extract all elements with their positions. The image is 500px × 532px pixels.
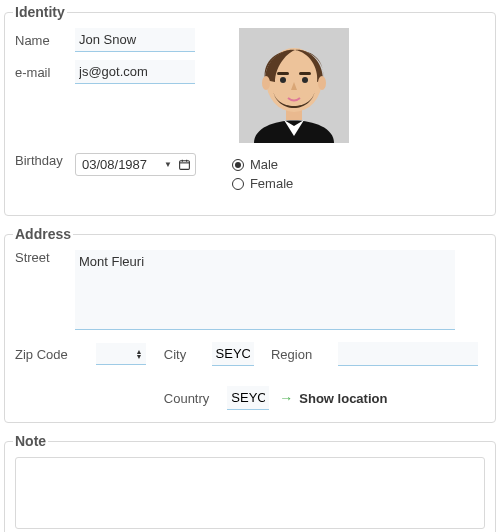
birthday-input[interactable]: ▼ [75,153,196,176]
svg-point-8 [302,77,308,83]
city-label: City [164,347,194,362]
show-location-button[interactable]: → Show location [279,390,387,406]
note-fieldset: Note [4,433,496,532]
street-label: Street [15,250,75,265]
zip-label: Zip Code [15,347,71,362]
svg-rect-5 [277,72,289,75]
address-fieldset: Address Street Zip Code ▲▼ City Region C… [4,226,496,423]
radio-unchecked-icon [232,178,244,190]
address-legend: Address [13,226,73,242]
avatar[interactable] [239,28,349,143]
zip-input[interactable]: ▲▼ [96,343,146,365]
svg-rect-9 [180,161,190,170]
gender-male-label: Male [250,157,278,172]
identity-fieldset: Identity Name e-mail [4,4,496,216]
stepper-icon[interactable]: ▲▼ [135,349,142,359]
region-input[interactable] [338,342,478,366]
birthday-text[interactable] [80,156,158,173]
show-location-label: Show location [299,391,387,406]
dropdown-triangle-icon[interactable]: ▼ [164,160,172,169]
name-input[interactable] [75,28,195,52]
name-label: Name [15,33,75,48]
radio-checked-icon [232,159,244,171]
gender-female-label: Female [250,176,293,191]
country-label: Country [164,391,210,406]
country-input[interactable] [227,386,269,410]
city-input[interactable] [212,342,254,366]
gender-male-option[interactable]: Male [232,157,293,172]
svg-point-7 [280,77,286,83]
note-legend: Note [13,433,48,449]
identity-legend: Identity [13,4,67,20]
birthday-label: Birthday [15,153,75,168]
email-label: e-mail [15,65,75,80]
note-input[interactable] [15,457,485,529]
zip-text[interactable] [100,345,130,362]
gender-female-option[interactable]: Female [232,176,293,191]
email-input[interactable] [75,60,195,84]
svg-point-3 [262,76,270,90]
calendar-icon[interactable] [178,158,191,171]
svg-rect-6 [299,72,311,75]
street-input[interactable] [75,250,455,330]
region-label: Region [271,347,320,362]
arrow-right-icon: → [279,390,293,406]
svg-point-4 [318,76,326,90]
